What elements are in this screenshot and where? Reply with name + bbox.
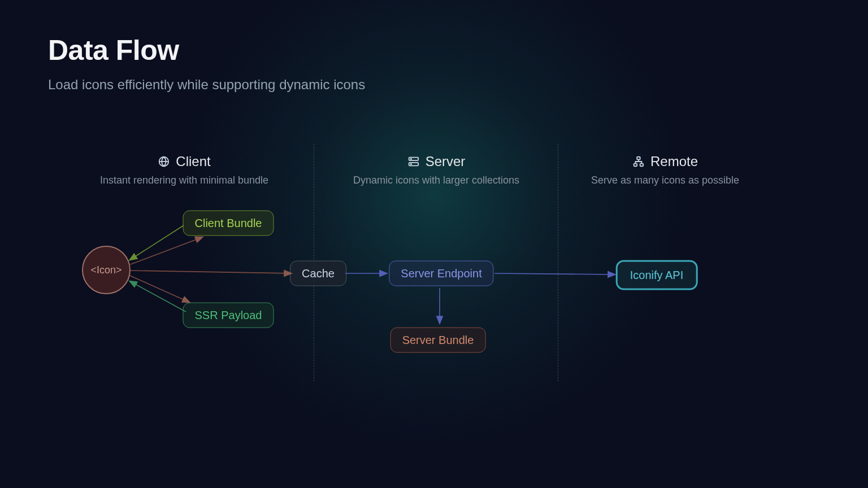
svg-rect-6 [634,164,637,167]
column-header-server: Server Dynamic icons with larger collect… [353,154,519,186]
column-header-remote: Remote Serve as many icons as possible [591,154,739,186]
client-bundle-node: Client Bundle [183,211,274,236]
icon-node: <Icon> [82,246,131,294]
column-title-remote: Remote [650,154,698,169]
svg-point-3 [410,159,411,159]
svg-point-4 [410,164,411,164]
network-icon [632,155,645,168]
column-desc-client: Instant rendering with minimal bundle [100,175,268,186]
column-title-client: Client [176,154,210,169]
svg-rect-5 [637,157,640,160]
server-endpoint-node: Server Endpoint [389,261,493,286]
globe-icon [158,155,170,168]
iconify-api-node: Iconify API [616,260,698,290]
diagram-canvas: Client Instant rendering with minimal bu… [0,0,868,488]
column-desc-remote: Serve as many icons as possible [591,175,739,186]
server-icon [407,155,420,168]
ssr-payload-node: SSR Payload [183,303,274,328]
column-title-server: Server [426,154,466,169]
cache-node: Cache [290,261,346,286]
svg-line-11 [130,276,189,302]
arrows [0,0,868,488]
svg-line-9 [130,281,186,312]
svg-line-12 [131,271,291,273]
svg-line-10 [131,237,202,264]
column-divider [558,144,558,381]
svg-line-8 [130,225,184,260]
column-header-client: Client Instant rendering with minimal bu… [100,154,268,186]
icon-node-label: <Icon> [90,264,121,276]
column-desc-server: Dynamic icons with larger collections [353,175,519,186]
server-bundle-node: Server Bundle [390,328,486,353]
svg-rect-7 [640,164,644,167]
svg-line-15 [494,273,615,274]
